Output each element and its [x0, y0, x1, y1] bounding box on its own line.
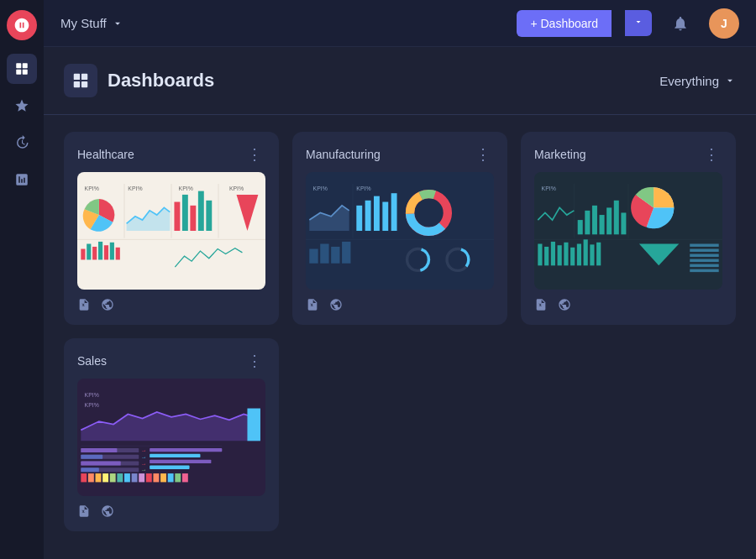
svg-rect-5	[81, 74, 87, 80]
svg-rect-39	[382, 202, 388, 231]
svg-rect-40	[391, 193, 397, 231]
cards-grid: Healthcare ⋮ KPI% KPI% KPI% KPI%	[64, 132, 736, 531]
svg-rect-30	[116, 248, 120, 260]
svg-rect-117	[182, 473, 188, 482]
card-menu-manufacturing[interactable]: ⋮	[472, 145, 494, 164]
dashboard-card-sales[interactable]: Sales ⋮ KPI% KPI%	[64, 338, 279, 531]
svg-rect-48	[342, 242, 350, 264]
card-title-manufacturing: Manufacturing	[306, 148, 381, 161]
sidebar-item-favorites[interactable]	[7, 91, 37, 121]
svg-rect-114	[160, 473, 166, 482]
excel-icon[interactable]	[534, 298, 548, 311]
svg-rect-69	[564, 243, 568, 266]
dashboard-card-manufacturing[interactable]: Manufacturing ⋮ KPI% KPI%	[292, 132, 507, 325]
svg-rect-46	[320, 244, 328, 264]
my-stuff-menu[interactable]: My Stuff	[60, 16, 123, 30]
svg-rect-113	[153, 473, 159, 482]
svg-rect-76	[690, 244, 718, 247]
svg-text:KPI%: KPI%	[542, 185, 556, 191]
svg-rect-62	[614, 201, 619, 234]
filter-button[interactable]: Everything	[659, 74, 736, 88]
sidebar	[0, 0, 44, 559]
svg-text:KPI%: KPI%	[85, 392, 99, 398]
dashboards-icon	[71, 71, 90, 90]
card-footer-sales	[77, 504, 265, 518]
card-header-marketing: Marketing ⋮	[534, 145, 722, 164]
filter-label: Everything	[659, 74, 719, 88]
svg-rect-45	[309, 249, 318, 264]
svg-rect-68	[558, 245, 562, 265]
add-dashboard-button[interactable]: + Dashboard	[517, 10, 612, 37]
card-footer-marketing	[534, 298, 722, 311]
svg-rect-111	[139, 473, 144, 482]
svg-rect-112	[146, 473, 152, 482]
card-menu-marketing[interactable]: ⋮	[701, 145, 722, 164]
svg-text:KPI%: KPI%	[313, 185, 328, 191]
svg-rect-29	[110, 243, 114, 260]
card-menu-healthcare[interactable]: ⋮	[244, 145, 265, 164]
chevron-down-icon	[112, 18, 123, 29]
svg-rect-66	[544, 247, 549, 265]
svg-rect-100	[150, 454, 200, 457]
svg-rect-21	[206, 201, 212, 231]
svg-rect-59	[592, 206, 597, 234]
svg-rect-7	[81, 81, 87, 87]
svg-rect-107	[110, 473, 116, 482]
svg-rect-90	[81, 455, 102, 459]
svg-rect-88	[81, 448, 117, 452]
dashboards-icon-wrap	[64, 64, 97, 97]
svg-text:KPI%: KPI%	[85, 402, 99, 408]
svg-rect-61	[606, 207, 612, 234]
dashboard-card-marketing[interactable]: Marketing ⋮ KPI%	[521, 132, 736, 325]
header: My Stuff + Dashboard J	[44, 0, 756, 47]
svg-rect-6	[74, 81, 80, 87]
svg-text:→: →	[141, 454, 147, 460]
svg-rect-38	[374, 196, 380, 231]
my-stuff-label: My Stuff	[60, 16, 107, 30]
card-menu-sales[interactable]: ⋮	[244, 352, 265, 370]
chevron-down-icon	[724, 75, 736, 86]
user-avatar[interactable]: J	[709, 8, 739, 39]
globe-icon[interactable]	[558, 298, 571, 311]
svg-marker-16	[127, 207, 171, 231]
svg-rect-108	[117, 473, 123, 482]
svg-rect-101	[150, 460, 211, 463]
dashboard-card-healthcare[interactable]: Healthcare ⋮ KPI% KPI% KPI% KPI%	[64, 132, 279, 325]
svg-rect-81	[690, 269, 718, 272]
card-header-sales: Sales ⋮	[77, 352, 265, 370]
svg-rect-104	[88, 473, 94, 482]
content-area: Dashboards Everything Healthcare ⋮ KPI%	[44, 47, 756, 559]
card-header-healthcare: Healthcare ⋮	[77, 145, 265, 164]
card-preview-healthcare: KPI% KPI% KPI% KPI%	[77, 172, 265, 290]
sidebar-item-recent[interactable]	[7, 128, 37, 158]
excel-icon[interactable]	[306, 298, 319, 311]
card-preview-marketing: KPI%	[534, 172, 722, 290]
dashboard-arrow-button[interactable]	[625, 10, 652, 36]
globe-icon[interactable]	[329, 298, 343, 311]
svg-rect-85	[247, 409, 260, 441]
svg-text:KPI%: KPI%	[128, 185, 142, 191]
svg-rect-4	[74, 74, 80, 80]
svg-rect-115	[168, 473, 174, 482]
svg-rect-73	[590, 244, 594, 265]
card-preview-sales: KPI% KPI%	[77, 379, 265, 496]
excel-icon[interactable]	[77, 298, 91, 311]
svg-rect-57	[578, 220, 583, 234]
svg-rect-77	[690, 249, 718, 252]
sidebar-item-dashboard[interactable]	[7, 54, 37, 84]
sidebar-item-reports[interactable]	[7, 165, 37, 195]
notifications-button[interactable]	[665, 8, 696, 39]
globe-icon[interactable]	[101, 504, 114, 518]
card-footer-manufacturing	[306, 298, 494, 311]
main-area: My Stuff + Dashboard J Dashboards Everyt…	[44, 0, 756, 559]
svg-rect-0	[16, 63, 21, 68]
card-header-manufacturing: Manufacturing ⋮	[306, 145, 494, 164]
svg-rect-63	[621, 212, 626, 234]
app-logo[interactable]	[7, 10, 37, 40]
bell-icon	[672, 15, 689, 32]
svg-rect-18	[182, 195, 188, 231]
globe-icon[interactable]	[101, 298, 114, 311]
excel-icon[interactable]	[77, 504, 91, 518]
svg-rect-106	[102, 473, 108, 482]
svg-rect-27	[98, 242, 102, 260]
